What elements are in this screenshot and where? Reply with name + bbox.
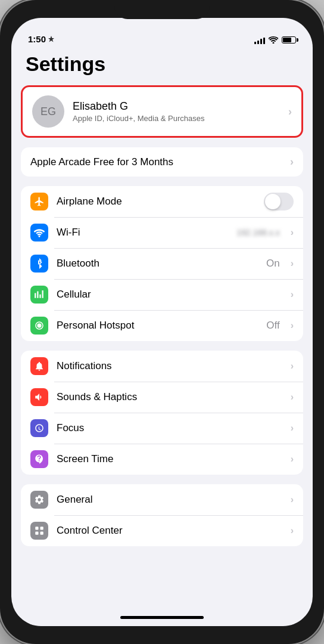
- controlcenter-icon: [30, 522, 48, 540]
- arcade-label: Apple Arcade Free for 3 Months: [30, 156, 173, 168]
- profile-name: Elisabeth G: [73, 100, 280, 113]
- svg-rect-1: [35, 527, 38, 530]
- cellular-row[interactable]: Cellular ›: [21, 279, 303, 310]
- hotspot-chevron: ›: [291, 320, 294, 331]
- profile-chevron: ›: [288, 106, 292, 118]
- bluetooth-row[interactable]: Bluetooth On ›: [21, 248, 303, 279]
- focus-label: Focus: [57, 422, 280, 434]
- cellular-label: Cellular: [57, 289, 280, 301]
- general-group: General › Control Center ›: [21, 484, 303, 546]
- wifi-chevron: ›: [291, 227, 294, 238]
- location-icon: [48, 36, 54, 43]
- general-label: General: [57, 494, 280, 506]
- svg-rect-2: [40, 527, 43, 530]
- airplane-label: Airplane Mode: [57, 196, 256, 208]
- screentime-row[interactable]: Screen Time ›: [21, 444, 303, 475]
- focus-row[interactable]: Focus ›: [21, 413, 303, 444]
- profile-subtitle: Apple ID, iCloud+, Media & Purchases: [73, 114, 280, 123]
- scroll-content[interactable]: Settings EG Elisabeth G Apple ID, iCloud…: [11, 48, 313, 611]
- notifications-row[interactable]: Notifications ›: [21, 351, 303, 382]
- connectivity-group: Airplane Mode Wi-Fi 192.168.x.x ›: [21, 186, 303, 341]
- notifications-label: Notifications: [57, 360, 280, 372]
- bluetooth-label: Bluetooth: [57, 258, 258, 270]
- phone-frame: 1:50 Set: [0, 0, 324, 644]
- battery-icon: [282, 36, 296, 44]
- airplane-toggle[interactable]: [264, 193, 294, 210]
- svg-rect-3: [35, 532, 38, 535]
- airplane-icon: [30, 193, 48, 210]
- status-icons: [254, 36, 296, 44]
- screentime-icon: [30, 450, 48, 468]
- arcade-row[interactable]: Apple Arcade Free for 3 Months ›: [21, 147, 303, 177]
- hotspot-label: Personal Hotspot: [57, 320, 258, 332]
- notifications-icon: [30, 357, 48, 375]
- notifications-chevron: ›: [291, 361, 294, 371]
- time-display: 1:50: [28, 34, 46, 44]
- bluetooth-chevron: ›: [291, 258, 294, 269]
- arcade-chevron: ›: [290, 156, 294, 168]
- controlcenter-label: Control Center: [57, 525, 280, 537]
- screentime-label: Screen Time: [57, 453, 280, 465]
- general-icon: [30, 491, 48, 509]
- airplane-mode-row[interactable]: Airplane Mode: [21, 186, 303, 217]
- hotspot-icon: [30, 317, 48, 335]
- hotspot-row[interactable]: Personal Hotspot Off ›: [21, 310, 303, 341]
- svg-point-0: [38, 324, 41, 327]
- sounds-chevron: ›: [291, 392, 294, 402]
- wifi-icon: [269, 36, 278, 44]
- svg-rect-4: [40, 532, 43, 535]
- profile-card[interactable]: EG Elisabeth G Apple ID, iCloud+, Media …: [21, 85, 303, 138]
- wifi-settings-icon: [30, 224, 48, 242]
- status-time: 1:50: [28, 34, 54, 44]
- arcade-section: Apple Arcade Free for 3 Months ›: [21, 147, 303, 177]
- controlcenter-chevron: ›: [291, 525, 294, 536]
- screen: 1:50 Set: [11, 18, 313, 626]
- screentime-chevron: ›: [291, 454, 294, 465]
- wifi-row[interactable]: Wi-Fi 192.168.x.x ›: [21, 217, 303, 248]
- bluetooth-value: On: [266, 258, 280, 270]
- sounds-icon: [30, 388, 48, 406]
- controlcenter-row[interactable]: Control Center ›: [21, 515, 303, 546]
- focus-chevron: ›: [291, 423, 294, 434]
- cellular-icon: [30, 286, 48, 304]
- wifi-value: 192.168.x.x: [236, 228, 279, 237]
- notch: [114, 0, 210, 19]
- general-row[interactable]: General ›: [21, 484, 303, 515]
- sounds-label: Sounds & Haptics: [57, 391, 280, 403]
- profile-info: Elisabeth G Apple ID, iCloud+, Media & P…: [73, 100, 280, 123]
- avatar: EG: [32, 95, 64, 128]
- bluetooth-icon: [30, 255, 48, 273]
- notifications-group: Notifications › Sounds & Haptics ›: [21, 351, 303, 475]
- wifi-label: Wi-Fi: [57, 227, 228, 239]
- hotspot-value: Off: [266, 320, 279, 332]
- cellular-chevron: ›: [291, 289, 294, 300]
- home-indicator: [120, 616, 204, 619]
- signal-icon: [254, 36, 265, 44]
- focus-icon: [30, 419, 48, 437]
- page-title: Settings: [11, 48, 313, 85]
- status-bar: 1:50: [11, 18, 313, 48]
- general-chevron: ›: [291, 494, 294, 505]
- sounds-row[interactable]: Sounds & Haptics ›: [21, 382, 303, 413]
